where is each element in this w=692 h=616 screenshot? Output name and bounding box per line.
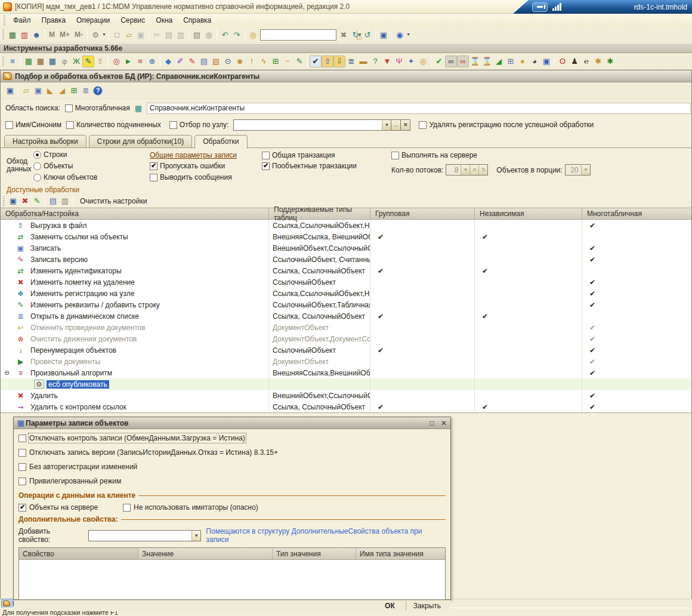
key-icon[interactable]: φ: [58, 56, 70, 67]
export-snippet-icon[interactable]: ⇧: [94, 56, 106, 67]
memory-add-button[interactable]: M+: [57, 30, 72, 39]
delete-registration-checkbox[interactable]: [419, 121, 427, 129]
disable-version-write-checkbox[interactable]: [18, 449, 26, 457]
radio-objects[interactable]: Объекты: [33, 162, 73, 170]
calculator-icon[interactable]: ▦: [7, 29, 18, 41]
load-selection-icon[interactable]: ◣: [44, 85, 56, 97]
find-next-icon[interactable]: ↻: [350, 29, 362, 41]
user-monitor-icon[interactable]: ☻: [234, 56, 246, 67]
run-on-server-option[interactable]: Выполнять на сервере: [391, 151, 477, 159]
privileged-mode-option[interactable]: Привилегированный режим: [18, 477, 446, 485]
e-mark-icon[interactable]: ℮: [580, 56, 592, 67]
cut-icon[interactable]: ✂: [151, 29, 163, 41]
name-synonym-checkbox[interactable]: [5, 121, 13, 129]
search-icon[interactable]: ◎: [247, 29, 259, 41]
save-document-icon[interactable]: ▣: [135, 29, 147, 41]
table-row[interactable]: ⇧Выгрузка в файлСсылка,СсылочныйОбъект,Н…: [1, 220, 691, 231]
perf-chart-icon[interactable]: ◢: [493, 56, 505, 67]
table-row[interactable]: ⚙есб опубликовать: [1, 378, 691, 390]
molecule-icon[interactable]: ✱: [592, 56, 604, 67]
tag-edit-icon[interactable]: ✐: [174, 56, 186, 67]
minus-badge-icon[interactable]: −: [282, 56, 294, 67]
edit-setting-icon[interactable]: ✎: [31, 195, 43, 207]
per-object-transactions-option[interactable]: Пообъектные транзакции: [262, 162, 357, 170]
open-settings-icon[interactable]: ▱: [20, 85, 32, 97]
prop-col-value-type[interactable]: Тип значения: [273, 548, 356, 559]
redo-icon[interactable]: ↷: [231, 29, 243, 41]
save-settings-icon[interactable]: ▣: [32, 85, 44, 97]
coins-icon[interactable]: ●: [517, 56, 529, 67]
processings-toolbar-handle[interactable]: [2, 196, 5, 206]
toolbar-drag-handle[interactable]: [1, 30, 4, 39]
debug-bug-icon[interactable]: Ж: [70, 56, 82, 67]
menu-operations[interactable]: Операции: [71, 15, 115, 26]
collapse-toggle-icon[interactable]: ⊖: [4, 369, 10, 377]
memory-recall-button[interactable]: M: [47, 30, 57, 39]
objects-on-server-checkbox[interactable]: [18, 504, 26, 512]
memory-subtract-button[interactable]: M-: [72, 30, 85, 39]
table-row[interactable]: ⊗Очистить движения документовДокументОбъ…: [1, 333, 691, 344]
table-constants-icon[interactable]: ▦: [23, 56, 35, 67]
table-row[interactable]: ▶Провести документыДокументОбъект✔: [1, 356, 691, 367]
quick-edit-icon[interactable]: ✎: [186, 56, 198, 67]
clear-settings-button[interactable]: Очистить настройки: [75, 196, 152, 207]
molecule-add-icon[interactable]: ✱: [604, 56, 616, 67]
pin-icon[interactable]: [532, 2, 548, 12]
hourglass-icon[interactable]: ⌛: [469, 56, 481, 67]
threads-caret-icon[interactable]: ▼: [461, 165, 469, 175]
table-keys-icon[interactable]: ▦: [47, 56, 58, 67]
batch-caret-icon[interactable]: ▼: [581, 165, 590, 175]
multitable-label[interactable]: Многотабличная: [75, 104, 130, 112]
upload-pack-icon[interactable]: ⇧: [322, 56, 333, 67]
settings-form-icon[interactable]: ▣: [7, 195, 19, 207]
radio-rows-circle[interactable]: [33, 151, 41, 159]
hierarchy-icon[interactable]: ≣: [80, 85, 92, 97]
menu-edit[interactable]: Правка: [36, 15, 72, 26]
dialog-close-icon[interactable]: ✕: [440, 419, 448, 427]
tab-rows-for-processing[interactable]: Строки для обработки(10): [89, 135, 193, 148]
dialog-maximize-icon[interactable]: □: [428, 419, 436, 427]
subordinate-count-label[interactable]: Количество подчиненных: [76, 121, 161, 129]
radio-object-keys[interactable]: Ключи объектов: [33, 173, 97, 181]
common-transaction-checkbox[interactable]: [262, 152, 270, 159]
menu-help[interactable]: Справка: [178, 15, 217, 26]
list-settings-icon[interactable]: ▤: [198, 56, 210, 67]
table-row[interactable]: ↩Отменить проведение документовДокументО…: [1, 322, 691, 333]
open-document-icon[interactable]: ▱: [123, 29, 135, 41]
globe-icon[interactable]: ⊕: [146, 56, 158, 67]
ok-button[interactable]: ОК: [376, 600, 403, 611]
devtools-drag-handle[interactable]: [1, 57, 4, 66]
dialog-titlebar[interactable]: ▣ Параметры записи объектов □ ✕: [14, 417, 450, 429]
run-on-server-checkbox[interactable]: [391, 152, 399, 159]
pencil-timer-icon[interactable]: ✎: [294, 56, 305, 67]
no-imitators-label[interactable]: Не использовать имитаторы (опасно): [134, 503, 258, 512]
subordinate-count-checkbox[interactable]: [66, 121, 74, 129]
clear-search-icon[interactable]: ✖: [338, 29, 350, 41]
find-previous-icon[interactable]: ↺: [362, 29, 373, 41]
run-query-icon[interactable]: ►: [122, 56, 134, 67]
table-row[interactable]: ⊖≡Произвольный алгоритмВнешняяСсылка,Вне…: [1, 367, 691, 378]
table-row[interactable]: ✖УдалитьВнешнийОбъект,СсылочныйОб…✔: [1, 390, 691, 401]
print-settings-icon[interactable]: ▥: [59, 195, 71, 207]
multitable-checkbox[interactable]: [65, 104, 73, 112]
objects-on-server-label[interactable]: Объекты на сервере: [29, 503, 98, 512]
sort-list-icon[interactable]: ≡: [7, 56, 18, 67]
table-row[interactable]: ⇄Заменить ссылки на объектыВнешняяСсылка…: [1, 231, 691, 242]
radio-rows[interactable]: Строки: [33, 150, 67, 159]
find-in-data-icon[interactable]: ◎: [110, 56, 122, 67]
scope-value-field[interactable]: Справочник.нсиКонтрагенты: [147, 103, 691, 114]
skip-errors-checkbox[interactable]: [150, 162, 157, 170]
table-row[interactable]: ❖Изменить регистрацию на узлеСсылка,Ссыл…: [1, 288, 691, 299]
history-clock-icon[interactable]: ⊙: [222, 56, 234, 67]
org-structure-icon[interactable]: ⊞: [505, 56, 517, 67]
write-params-link[interactable]: Общие параметры записи: [150, 151, 237, 159]
common-transaction-option[interactable]: Общая транзакция: [262, 151, 335, 159]
navigator-icon[interactable]: ◆: [162, 56, 174, 67]
user-sessions-icon[interactable]: ☻: [30, 29, 42, 41]
disable-version-write-option[interactable]: Отключать запись версии (ЗаписьИсторииДа…: [18, 448, 446, 457]
info-icon[interactable]: ◉: [394, 29, 406, 41]
help-icon[interactable]: ?: [93, 86, 103, 96]
apply-check-icon[interactable]: ✔: [433, 56, 445, 67]
col-independent[interactable]: Независимая: [475, 208, 582, 219]
batch-combo[interactable]: 20 ▼: [565, 164, 591, 175]
